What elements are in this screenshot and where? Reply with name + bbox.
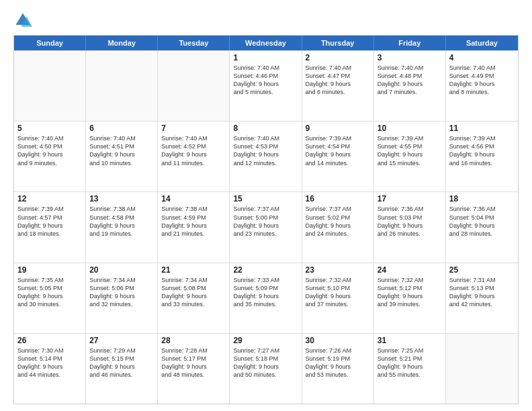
cell-line: and 24 minutes.: [306, 230, 370, 238]
day-number: 18: [449, 194, 515, 203]
cell-line: Sunrise: 7:39 AM: [306, 134, 370, 142]
cell-line: and 28 minutes.: [449, 230, 515, 238]
cell-line: Daylight: 9 hours: [89, 150, 154, 158]
cell-line: Sunrise: 7:38 AM: [89, 205, 154, 213]
cell-line: Daylight: 9 hours: [306, 80, 370, 88]
cal-cell: 27Sunrise: 7:29 AMSunset: 5:15 PMDayligh…: [86, 334, 158, 404]
header-day-saturday: Saturday: [446, 36, 518, 50]
cell-line: Sunrise: 7:39 AM: [378, 134, 442, 142]
cell-line: Sunrise: 7:37 AM: [306, 205, 370, 213]
cell-line: Sunset: 4:49 PM: [449, 72, 515, 80]
day-number: 17: [378, 194, 442, 203]
cell-line: Sunset: 4:47 PM: [306, 72, 370, 80]
cell-line: Sunrise: 7:25 AM: [378, 347, 442, 355]
cell-line: Sunset: 4:53 PM: [233, 142, 298, 150]
day-number: 11: [449, 124, 515, 133]
cal-cell: 17Sunrise: 7:36 AMSunset: 5:03 PMDayligh…: [374, 192, 446, 262]
calendar-header: SundayMondayTuesdayWednesdayThursdayFrid…: [14, 36, 518, 50]
cal-cell: 8Sunrise: 7:40 AMSunset: 4:53 PMDaylight…: [230, 122, 302, 191]
cell-line: and 50 minutes.: [233, 371, 298, 379]
cell-line: Sunset: 4:51 PM: [89, 142, 154, 150]
cell-line: and 42 minutes.: [449, 300, 515, 308]
day-number: 24: [378, 265, 442, 275]
cal-cell: 15Sunrise: 7:37 AMSunset: 5:00 PMDayligh…: [230, 192, 302, 262]
day-number: 21: [161, 265, 226, 275]
cal-cell: 28Sunrise: 7:28 AMSunset: 5:17 PMDayligh…: [158, 334, 230, 404]
cal-cell: 2Sunrise: 7:40 AMSunset: 4:47 PMDaylight…: [302, 51, 374, 121]
cell-line: and 32 minutes.: [89, 300, 154, 308]
cell-line: Daylight: 9 hours: [161, 150, 226, 158]
header-day-thursday: Thursday: [302, 36, 374, 50]
cell-line: Daylight: 9 hours: [378, 292, 442, 300]
cal-cell: 3Sunrise: 7:40 AMSunset: 4:48 PMDaylight…: [374, 51, 446, 121]
cell-line: Sunset: 5:18 PM: [233, 355, 298, 363]
day-number: 30: [306, 336, 370, 345]
cell-line: Sunrise: 7:40 AM: [449, 64, 515, 72]
cell-line: Daylight: 9 hours: [233, 292, 298, 300]
cal-cell: 14Sunrise: 7:38 AMSunset: 4:59 PMDayligh…: [158, 192, 230, 262]
cal-cell: 12Sunrise: 7:39 AMSunset: 4:57 PMDayligh…: [14, 192, 86, 262]
cal-cell: [86, 51, 158, 121]
cell-line: Daylight: 9 hours: [306, 222, 370, 230]
cell-line: and 35 minutes.: [233, 300, 298, 308]
cell-line: Sunset: 5:06 PM: [89, 284, 154, 292]
day-number: 7: [161, 124, 226, 133]
cell-line: Daylight: 9 hours: [89, 363, 154, 371]
cell-line: Sunset: 4:54 PM: [306, 142, 370, 150]
page: SundayMondayTuesdayWednesdayThursdayFrid…: [0, 0, 532, 411]
cell-line: Daylight: 9 hours: [449, 80, 515, 88]
cell-line: Daylight: 9 hours: [378, 80, 442, 88]
cal-cell: 21Sunrise: 7:34 AMSunset: 5:08 PMDayligh…: [158, 263, 230, 333]
cell-line: Sunrise: 7:34 AM: [89, 276, 154, 284]
cell-line: Sunset: 5:12 PM: [378, 284, 442, 292]
cal-cell: 22Sunrise: 7:33 AMSunset: 5:09 PMDayligh…: [230, 263, 302, 333]
day-number: 3: [378, 53, 442, 62]
cell-line: Daylight: 9 hours: [161, 363, 226, 371]
cell-line: Sunset: 5:21 PM: [378, 355, 442, 363]
cell-line: Sunset: 4:50 PM: [17, 142, 82, 150]
cell-line: Sunset: 5:14 PM: [17, 355, 82, 363]
day-number: 20: [89, 265, 154, 275]
cell-line: Sunrise: 7:34 AM: [161, 276, 226, 284]
cell-line: Daylight: 9 hours: [306, 150, 370, 158]
cell-line: Sunset: 5:03 PM: [378, 214, 442, 222]
cell-line: Sunrise: 7:36 AM: [449, 205, 515, 213]
cell-line: Sunrise: 7:40 AM: [17, 134, 82, 142]
day-number: 14: [161, 194, 226, 203]
header-day-friday: Friday: [374, 36, 446, 50]
cal-cell: [14, 51, 86, 121]
day-number: 26: [17, 336, 82, 345]
day-number: 4: [449, 53, 515, 62]
day-number: 22: [233, 265, 298, 275]
cell-line: and 46 minutes.: [89, 371, 154, 379]
cell-line: and 48 minutes.: [161, 371, 226, 379]
cell-line: Sunset: 5:19 PM: [306, 355, 370, 363]
cal-row-3: 12Sunrise: 7:39 AMSunset: 4:57 PMDayligh…: [14, 191, 518, 262]
cal-cell: 18Sunrise: 7:36 AMSunset: 5:04 PMDayligh…: [446, 192, 518, 262]
cell-line: Sunrise: 7:28 AM: [161, 347, 226, 355]
cell-line: Sunset: 5:15 PM: [89, 355, 154, 363]
cell-line: Sunrise: 7:27 AM: [233, 347, 298, 355]
cell-line: and 23 minutes.: [233, 230, 298, 238]
cell-line: Sunrise: 7:37 AM: [233, 205, 298, 213]
cal-cell: 10Sunrise: 7:39 AMSunset: 4:55 PMDayligh…: [374, 122, 446, 191]
day-number: 13: [89, 194, 154, 203]
cell-line: Daylight: 9 hours: [233, 80, 298, 88]
cal-cell: 24Sunrise: 7:32 AMSunset: 5:12 PMDayligh…: [374, 263, 446, 333]
cell-line: Daylight: 9 hours: [378, 150, 442, 158]
cell-line: and 55 minutes.: [378, 371, 442, 379]
cal-cell: 7Sunrise: 7:40 AMSunset: 4:52 PMDaylight…: [158, 122, 230, 191]
cell-line: and 12 minutes.: [233, 159, 298, 167]
cal-cell: 11Sunrise: 7:39 AMSunset: 4:56 PMDayligh…: [446, 122, 518, 191]
cell-line: Sunrise: 7:26 AM: [306, 347, 370, 355]
cell-line: Daylight: 9 hours: [161, 292, 226, 300]
cal-cell: [158, 51, 230, 121]
cal-cell: 31Sunrise: 7:25 AMSunset: 5:21 PMDayligh…: [374, 334, 446, 404]
cell-line: and 53 minutes.: [306, 371, 370, 379]
cell-line: Sunrise: 7:36 AM: [378, 205, 442, 213]
cell-line: Sunrise: 7:32 AM: [378, 276, 442, 284]
cell-line: and 39 minutes.: [378, 300, 442, 308]
cell-line: Sunrise: 7:29 AM: [89, 347, 154, 355]
cell-line: and 5 minutes.: [233, 88, 298, 96]
cell-line: Sunrise: 7:39 AM: [17, 205, 82, 213]
